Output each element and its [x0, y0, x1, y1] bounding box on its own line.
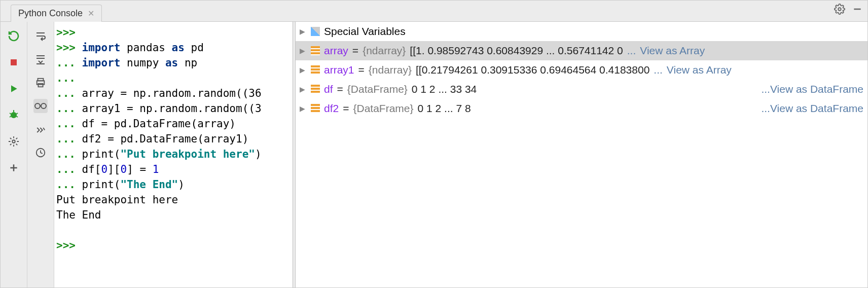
code-text: print(: [82, 178, 121, 191]
continuation: ...: [56, 118, 82, 130]
equals: =: [337, 83, 343, 95]
kw-as: as: [165, 57, 178, 69]
prompt: >>>: [56, 239, 82, 251]
svg-line-9: [16, 116, 18, 117]
array-icon: [311, 46, 320, 55]
code-text: df2 = pd.DataFrame(array1): [82, 133, 249, 145]
svg-point-0: [838, 8, 841, 11]
svg-point-21: [41, 103, 46, 109]
rerun-icon[interactable]: [7, 29, 21, 43]
chevron-right-icon[interactable]: [300, 27, 307, 35]
var-name: df2: [324, 102, 339, 115]
minimize-icon[interactable]: [852, 4, 862, 14]
code-text: ][: [107, 163, 120, 175]
view-as-array-link[interactable]: View as Array: [640, 45, 705, 57]
string-literal: "The End": [120, 178, 178, 191]
code-text: print(: [82, 148, 121, 160]
var-name: array: [324, 45, 348, 57]
var-label: Special Variables: [324, 25, 406, 38]
tab-bar: Python Console ✕: [1, 1, 867, 22]
number-literal: 0: [120, 163, 127, 175]
variables-panel: Special Variables array = {ndarray} [[1.…: [296, 22, 867, 287]
new-console-icon[interactable]: [7, 161, 21, 175]
var-type: {DataFrame}: [353, 102, 413, 115]
var-value: 0 1 2 ... 7 8: [418, 102, 471, 115]
ellipsis: ...: [761, 83, 770, 95]
equals: =: [358, 64, 365, 76]
panel-body: >>> >>> import pandas as pd ... import n…: [1, 22, 867, 287]
view-as-array-link[interactable]: View as Array: [667, 64, 732, 76]
show-variables-icon[interactable]: [33, 99, 48, 113]
code-text: np: [178, 57, 197, 69]
svg-line-8: [10, 116, 11, 117]
left-toolbar-1: [1, 22, 27, 287]
chevron-right-icon[interactable]: [300, 66, 307, 74]
svg-point-4: [11, 112, 17, 118]
tab-label: Python Console: [18, 8, 83, 19]
gear-icon[interactable]: [834, 4, 845, 15]
code-text: ): [255, 148, 262, 160]
svg-line-6: [10, 113, 11, 114]
debug-icon[interactable]: [7, 108, 21, 122]
continuation: ...: [56, 57, 82, 69]
soft-wrap-icon[interactable]: [33, 29, 48, 43]
var-value: 0 1 2 ... 33 34: [412, 83, 477, 95]
tabbar-actions: [834, 4, 862, 15]
prompt: >>>: [56, 42, 82, 54]
browse-history-icon[interactable]: [33, 146, 48, 160]
var-row-special[interactable]: Special Variables: [296, 22, 867, 41]
code-text: pd: [185, 42, 204, 54]
console-output[interactable]: >>> >>> import pandas as pd ... import n…: [54, 22, 293, 287]
svg-point-10: [12, 140, 15, 143]
var-row-array1[interactable]: array1 = {ndarray} [[0.21794261 0.309153…: [296, 60, 867, 80]
code-text: ): [178, 178, 185, 191]
ellipsis: ...: [761, 102, 770, 114]
tab-python-console[interactable]: Python Console ✕: [11, 5, 102, 22]
var-type: {ndarray}: [363, 45, 406, 57]
var-row-df2[interactable]: df2 = {DataFrame} 0 1 2 ... 7 8 ...View …: [296, 99, 867, 118]
string-literal: "Put breakpoint here": [120, 148, 255, 160]
output-line: The End: [56, 209, 101, 221]
continuation: ...: [56, 87, 82, 99]
code-text: pandas: [120, 42, 171, 54]
number-literal: 1: [153, 163, 159, 175]
left-toolbar-2: [27, 22, 54, 287]
continuation: ...: [56, 148, 82, 160]
svg-marker-3: [11, 85, 17, 92]
view-as-dataframe-link[interactable]: ...View as DataFrame: [761, 102, 863, 115]
settings-icon[interactable]: [7, 134, 21, 149]
output-line: Put breakpoint here: [56, 194, 178, 206]
print-icon[interactable]: [33, 76, 48, 90]
link-text: View as DataFrame: [770, 102, 863, 114]
chevron-right-icon[interactable]: [300, 85, 307, 93]
number-literal: 0: [101, 163, 108, 175]
code-text: array1 = np.random.random((3: [82, 102, 262, 115]
output-line: [56, 224, 63, 236]
code-text: array = np.random.random((36: [82, 87, 262, 99]
var-row-array[interactable]: array = {ndarray} [[1. 0.98592743 0.6084…: [296, 41, 867, 60]
var-row-df[interactable]: df = {DataFrame} 0 1 2 ... 33 34 ...View…: [296, 80, 867, 99]
dataframe-icon: [311, 85, 320, 94]
array-icon: [311, 65, 320, 75]
chevron-right-icon[interactable]: [300, 47, 307, 55]
dataframe-icon: [311, 104, 320, 113]
var-value: [[0.21794261 0.30915336 0.69464564 0.418…: [416, 64, 649, 76]
var-name: array1: [324, 64, 354, 76]
code-text: df = pd.DataFrame(array): [82, 118, 236, 130]
history-icon[interactable]: [33, 122, 48, 136]
var-name: df: [324, 83, 333, 95]
var-value: [[1. 0.98592743 0.60843929 ... 0.5674114…: [410, 45, 623, 57]
stop-icon[interactable]: [7, 55, 21, 69]
code-text: df[: [82, 163, 101, 175]
close-icon[interactable]: ✕: [88, 9, 94, 18]
continuation: ...: [56, 133, 82, 145]
run-icon[interactable]: [7, 82, 21, 96]
kw-as: as: [172, 42, 185, 54]
chevron-right-icon[interactable]: [300, 104, 307, 113]
equals: =: [352, 45, 358, 57]
special-vars-icon: [311, 27, 320, 36]
code-text: numpy: [120, 57, 165, 69]
link-text: View as DataFrame: [770, 83, 863, 95]
scroll-end-icon[interactable]: [33, 52, 48, 66]
view-as-dataframe-link[interactable]: ...View as DataFrame: [761, 83, 863, 95]
